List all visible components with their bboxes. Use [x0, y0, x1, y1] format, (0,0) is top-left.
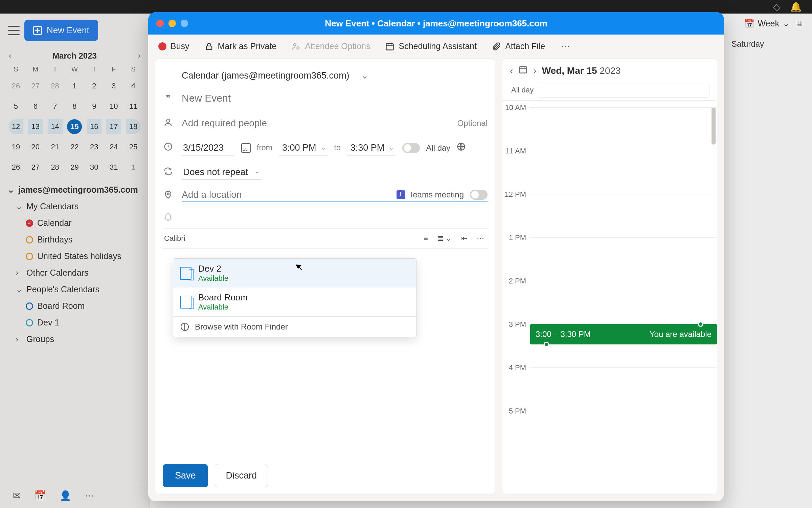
bell-icon[interactable]: 🔔 — [790, 1, 802, 13]
font-select[interactable]: Calibri — [164, 234, 185, 243]
hour-row[interactable]: 2 PM — [502, 281, 717, 290]
prev-month-icon[interactable]: ‹ — [9, 51, 11, 60]
account-row[interactable]: ⌄james@meetingroom365.com — [3, 182, 146, 198]
availability-timeline[interactable]: 10 AM11 AM12 PM1 PM2 PM3 PM4 PM5 PM3:00 … — [502, 101, 717, 494]
mini-day[interactable]: 19 — [8, 140, 23, 154]
prev-day-icon[interactable]: ‹ — [510, 65, 513, 76]
cal-us-holidays[interactable]: United States holidays — [3, 248, 146, 264]
next-day-icon[interactable]: › — [533, 65, 536, 76]
room-option-dev2[interactable]: Dev 2 Available — [173, 259, 416, 288]
proposed-event-block[interactable]: 3:00 – 3:30 PMYou are available — [530, 324, 717, 344]
next-month-icon[interactable]: › — [138, 51, 140, 60]
mini-day[interactable]: 16 — [87, 119, 102, 134]
mini-day[interactable]: 26 — [8, 79, 23, 93]
indent-icon[interactable]: ⇤ — [459, 233, 469, 244]
toolbar-overflow[interactable]: ⋯ — [561, 41, 570, 51]
room-option-boardroom[interactable]: Board Room Available — [173, 288, 416, 316]
mini-day[interactable]: 9 — [87, 99, 102, 114]
mini-day[interactable]: 5 — [8, 99, 23, 114]
scheduling-assistant-button[interactable]: Scheduling Assistant — [385, 41, 477, 51]
teams-meeting-toggle[interactable] — [470, 190, 488, 200]
browse-room-finder[interactable]: Browse with Room Finder — [173, 316, 416, 337]
rt-overflow-icon[interactable]: ⋯ — [475, 233, 486, 244]
required-people-input[interactable] — [182, 116, 449, 131]
event-title-input[interactable] — [182, 90, 488, 106]
calendar-icon[interactable]: 📅 — [34, 490, 46, 501]
mini-day[interactable]: 31 — [106, 160, 121, 175]
end-time-select[interactable]: 3:30 PM⌄ — [347, 140, 397, 155]
location-input[interactable] — [182, 189, 390, 200]
people-cal-dev1[interactable]: Dev 1 — [3, 314, 146, 331]
mini-day[interactable]: 15 — [67, 119, 82, 134]
mini-day[interactable]: 27 — [28, 79, 43, 93]
minimize-window-icon[interactable] — [168, 20, 176, 27]
allday-slot[interactable] — [538, 83, 709, 98]
date-picker-icon[interactable] — [241, 143, 251, 153]
mini-day[interactable]: 20 — [28, 140, 43, 154]
allday-row[interactable]: All day — [502, 80, 717, 101]
mini-day[interactable]: 8 — [67, 99, 82, 114]
mini-day[interactable]: 12 — [8, 119, 23, 134]
mini-day[interactable]: 17 — [106, 119, 121, 134]
mini-day[interactable]: 11 — [126, 99, 141, 114]
mini-day[interactable]: 28 — [48, 79, 63, 93]
calendar-select-row[interactable]: Calendar (james@meetingroom365.com) ⌄ — [163, 65, 488, 86]
mini-day[interactable]: 3 — [106, 79, 121, 93]
mark-private-button[interactable]: Mark as Private — [204, 41, 277, 51]
mini-day[interactable]: 18 — [126, 119, 141, 134]
hour-row[interactable]: 4 PM — [502, 367, 717, 376]
mini-day[interactable]: 28 — [48, 160, 63, 175]
mini-day[interactable]: 7 — [48, 99, 63, 114]
my-calendars[interactable]: ⌄My Calendars — [3, 198, 146, 215]
close-window-icon[interactable] — [156, 20, 164, 27]
save-button[interactable]: Save — [163, 464, 208, 487]
view-selector[interactable]: 📅 Week ⌄ — [744, 19, 790, 28]
new-event-button[interactable]: New Event — [24, 20, 98, 41]
attach-file-button[interactable]: Attach File — [492, 41, 545, 51]
all-day-toggle[interactable] — [402, 143, 420, 153]
people-icon[interactable]: 👤 — [60, 490, 71, 501]
mini-day[interactable]: 21 — [48, 140, 63, 154]
mini-day[interactable]: 13 — [28, 119, 43, 134]
optional-link[interactable]: Optional — [457, 119, 488, 128]
timezone-icon[interactable] — [456, 142, 466, 154]
status-busy[interactable]: Busy — [158, 41, 189, 51]
panel-toggle-icon[interactable]: ⧉ — [796, 18, 803, 28]
mini-day[interactable]: 24 — [106, 140, 121, 154]
people-cal-boardroom[interactable]: Board Room — [3, 298, 146, 314]
hour-row[interactable]: 10 AM — [502, 107, 717, 116]
hour-row[interactable]: 5 PM — [502, 411, 717, 420]
mini-day[interactable]: 2 — [87, 79, 102, 93]
mini-day[interactable]: 22 — [67, 140, 82, 154]
list-icon[interactable]: ≡ — [422, 233, 430, 244]
repeat-select[interactable]: Does not repeat⌄ — [182, 165, 262, 180]
mini-day[interactable]: 30 — [87, 160, 102, 175]
date-input[interactable]: 3/15/2023 — [182, 141, 234, 155]
mini-day[interactable]: 27 — [28, 160, 43, 175]
hour-row[interactable]: 1 PM — [502, 237, 717, 246]
mini-day[interactable]: 25 — [126, 140, 141, 154]
mini-day[interactable]: 29 — [67, 160, 82, 175]
resize-handle-top[interactable] — [698, 321, 703, 327]
mini-day[interactable]: 1 — [126, 160, 141, 175]
mini-day[interactable]: 14 — [48, 119, 63, 134]
hamburger-icon[interactable] — [8, 26, 20, 35]
mini-day[interactable]: 26 — [8, 160, 23, 175]
cal-birthdays[interactable]: Birthdays — [3, 231, 146, 248]
hour-row[interactable]: 11 AM — [502, 151, 717, 160]
groups[interactable]: ›Groups — [3, 331, 146, 347]
mini-day[interactable]: 10 — [106, 99, 121, 114]
today-calendar-icon[interactable] — [518, 65, 528, 77]
resize-handle-bottom[interactable] — [544, 342, 549, 347]
discard-button[interactable]: Discard — [215, 464, 268, 487]
mini-calendar[interactable]: ‹ March 2023 › SMTWTFS262728123456789101… — [0, 46, 149, 177]
more-icon[interactable]: ⋯ — [85, 490, 94, 501]
cal-calendar[interactable]: Calendar — [3, 215, 146, 231]
announce-icon[interactable]: ◇ — [773, 1, 781, 13]
mini-day[interactable]: 6 — [28, 99, 43, 114]
zoom-window-icon[interactable] — [181, 20, 188, 27]
align-icon[interactable]: ≣ ⌄ — [435, 233, 454, 244]
mail-icon[interactable]: ✉ — [13, 490, 21, 501]
start-time-select[interactable]: 3:00 PM⌄ — [278, 140, 328, 155]
mini-day[interactable]: 23 — [87, 140, 102, 154]
